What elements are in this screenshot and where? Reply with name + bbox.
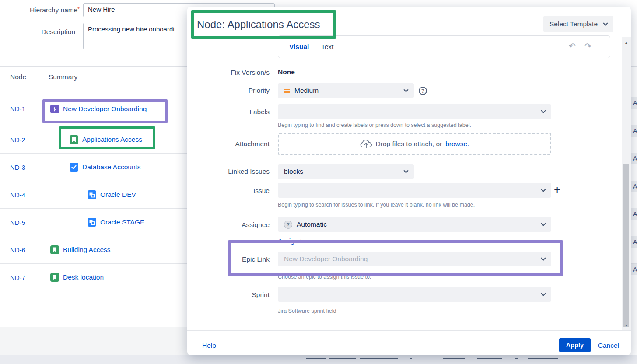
issue-key-link[interactable]: ND-3 — [10, 164, 25, 171]
row-actions-button[interactable]: Ac — [630, 264, 637, 275]
issue-key-link[interactable]: ND-5 — [10, 219, 25, 226]
epic-link-label: Epic Link — [187, 256, 270, 263]
row-actions-button[interactable]: Ac — [630, 97, 637, 108]
sprint-label: Sprint — [187, 291, 270, 299]
chevron-down-icon — [541, 256, 546, 260]
cancel-link[interactable]: Cancel — [598, 342, 619, 350]
dialog-scrollbar[interactable]: ▲ ▼ — [622, 37, 631, 330]
priority-select[interactable]: Medium — [278, 83, 414, 98]
sprint-hint: Jira Software sprint field — [278, 308, 336, 314]
upload-cloud-icon — [360, 139, 372, 149]
issue-summary-link[interactable]: Oracle STAGE — [88, 218, 144, 227]
chevron-down-icon — [541, 187, 546, 192]
attachment-drop-text: Drop files to attach, or — [376, 140, 442, 148]
issue-summary-text: Oracle DEV — [100, 191, 136, 199]
priority-help-icon[interactable]: ? — [419, 87, 427, 95]
issue-key-link[interactable]: ND-4 — [10, 191, 25, 199]
assignee-select[interactable]: ? Automatic — [278, 217, 551, 232]
scroll-up-icon[interactable]: ▲ — [622, 41, 631, 45]
linked-issues-select[interactable]: blocks — [278, 164, 414, 179]
issue-summary-text: Building Access — [63, 246, 111, 254]
issue-key-link[interactable]: ND-1 — [10, 105, 25, 112]
issue-summary-link[interactable]: Oracle DEV — [88, 190, 136, 199]
background-link-fragment — [477, 358, 502, 359]
browse-link[interactable]: browse. — [445, 140, 469, 148]
issue-summary-link[interactable]: Desk location — [50, 273, 104, 282]
node-column-header: Node — [10, 73, 26, 81]
assignee-value: Automatic — [297, 220, 537, 228]
background-link-fragment — [443, 358, 466, 359]
epic-link-placeholder: New Developer Onboarding — [284, 255, 537, 263]
help-link[interactable]: Help — [202, 342, 216, 350]
chevron-down-icon — [403, 168, 408, 173]
required-asterisk: * — [77, 6, 80, 12]
row-actions-button[interactable]: Ac — [630, 181, 637, 192]
select-template-button[interactable]: Select Template — [543, 16, 613, 32]
row-actions-button[interactable]: Ac — [630, 208, 637, 220]
row-actions-button[interactable]: Ac — [630, 236, 637, 248]
hierarchy-name-label: Hierarchy name* — [9, 6, 80, 14]
priority-label: Priority — [187, 87, 270, 94]
issue-key-link[interactable]: ND-7 — [10, 274, 25, 281]
issue-summary-link[interactable]: Applications Access — [70, 135, 142, 144]
issue-summary-text: Applications Access — [82, 136, 142, 144]
attachment-label: Attachment — [187, 140, 270, 148]
issue-hint: Begin typing to search for issues to lin… — [278, 202, 475, 208]
issue-select[interactable] — [278, 183, 551, 198]
subtask-icon — [88, 190, 96, 199]
background-link-fragment — [528, 358, 558, 359]
attachment-dropzone[interactable]: Drop files to attach, or browse. — [278, 133, 551, 155]
scrollbar-thumb[interactable] — [623, 164, 629, 327]
background-link-fragment — [329, 358, 356, 359]
issue-summary-text: New Developer Onboarding — [63, 105, 147, 113]
labels-label: Labels — [187, 108, 270, 116]
labels-select[interactable] — [278, 104, 551, 119]
background-link-fragment — [360, 358, 398, 359]
undo-icon[interactable]: ↶ — [569, 41, 576, 51]
issue-summary-link[interactable]: New Developer Onboarding — [50, 105, 147, 113]
dialog-title: Node: Applications Access — [197, 18, 320, 31]
labels-hint: Begin typing to find and create labels o… — [278, 122, 471, 128]
footer-divider — [187, 330, 631, 331]
tab-text[interactable]: Text — [321, 43, 333, 51]
background-link-fragment — [306, 358, 326, 359]
issue-label: Issue — [187, 187, 270, 195]
issue-summary-link[interactable]: Database Accounts — [70, 163, 141, 172]
priority-value: Medium — [294, 87, 400, 94]
description-editor: Visual Text ↶ ↷ — [278, 35, 610, 58]
epic-link-select[interactable]: New Developer Onboarding — [278, 252, 551, 266]
automatic-assignee-avatar: ? — [284, 220, 292, 229]
apply-button[interactable]: Apply — [559, 338, 591, 352]
scroll-down-icon[interactable]: ▼ — [622, 324, 631, 328]
story-icon — [50, 273, 59, 282]
sprint-select[interactable] — [278, 287, 551, 302]
row-actions-button[interactable]: Ac — [630, 125, 637, 136]
row-actions-button[interactable]: Ac — [630, 153, 637, 164]
fix-versions-label: Fix Version/s — [187, 69, 270, 77]
summary-column-header: Summary — [49, 73, 77, 81]
background-link-fragment — [515, 358, 518, 359]
issue-key-link[interactable]: ND-6 — [10, 246, 25, 254]
select-template-label: Select Template — [550, 20, 598, 28]
tab-visual[interactable]: Visual — [289, 43, 309, 51]
assign-to-me-link[interactable]: Assign to me — [278, 237, 317, 245]
assignee-label: Assignee — [187, 221, 270, 229]
page-bottom-background — [0, 355, 637, 364]
fix-versions-value: None — [278, 68, 295, 76]
epic-link-hint: Choose an epic to assign this issue to. — [278, 274, 371, 280]
issue-summary-link[interactable]: Building Access — [50, 245, 111, 254]
chevron-down-icon — [603, 21, 608, 25]
description-label: Description — [9, 28, 75, 36]
chevron-down-icon — [403, 87, 408, 92]
background-link-fragment — [410, 358, 412, 359]
task-icon — [70, 163, 78, 172]
chevron-down-icon — [541, 221, 546, 226]
subtask-icon — [88, 218, 96, 227]
issue-key-link[interactable]: ND-2 — [10, 136, 25, 144]
epic-icon — [50, 105, 59, 113]
redo-icon[interactable]: ↷ — [584, 41, 592, 51]
linked-issues-value: blocks — [284, 168, 400, 175]
add-issue-link-button[interactable]: + — [554, 185, 560, 194]
issue-summary-text: Desk location — [63, 273, 104, 281]
story-icon — [70, 135, 78, 144]
